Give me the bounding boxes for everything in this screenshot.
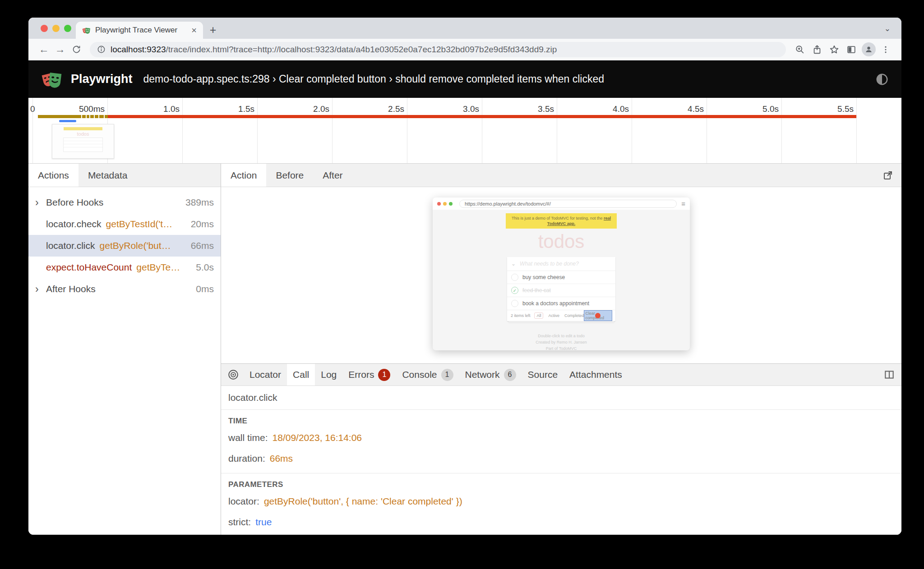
tab-action[interactable]: Action	[221, 164, 266, 187]
tab-console[interactable]: Console1	[396, 364, 459, 385]
avatar[interactable]	[860, 41, 877, 58]
action-row-after-hooks[interactable]: › After Hooks 0ms	[28, 278, 221, 300]
timeline-tick: 3.0s	[463, 104, 479, 114]
reload-icon[interactable]	[68, 41, 84, 58]
filter-all[interactable]: All	[534, 312, 543, 319]
action-row-locator-check[interactable]: locator.check getByTestId('t… 20ms	[28, 213, 221, 235]
pick-locator-icon[interactable]	[227, 369, 239, 381]
tab-call[interactable]: Call	[287, 364, 315, 385]
tab-attachments[interactable]: Attachments	[564, 364, 628, 385]
browser-window: Playwright Trace Viewer × + ⌄ ← → localh…	[28, 18, 901, 535]
todo-text: feed the cat	[522, 287, 551, 294]
todo-item-completed[interactable]: ✓ feed the cat	[507, 284, 615, 297]
browser-tab[interactable]: Playwright Trace Viewer ×	[76, 22, 203, 39]
tab-locator[interactable]: Locator	[244, 364, 287, 385]
tab-close-icon[interactable]: ×	[191, 26, 197, 35]
snapshot-page-body: This is just a demo of TodoMVC for testi…	[433, 210, 690, 350]
forward-icon[interactable]: →	[52, 41, 68, 58]
timeline-actions-bar	[38, 115, 108, 118]
tab-strip-chevron-icon[interactable]: ⌄	[884, 24, 891, 33]
timeline-tick: 4.5s	[688, 104, 704, 114]
tab-metadata[interactable]: Metadata	[79, 164, 137, 187]
parameters-section-heading: PARAMETERS	[221, 473, 901, 491]
toggle-all-chevron-icon[interactable]: ⌄	[511, 261, 516, 267]
tab-source[interactable]: Source	[522, 364, 564, 385]
tab-strip: Playwright Trace Viewer × + ⌄	[28, 18, 901, 39]
timeline-tick: 4.0s	[613, 104, 629, 114]
tab-before[interactable]: Before	[266, 164, 313, 187]
action-duration: 0ms	[192, 284, 214, 294]
strict-row: strict: true	[221, 511, 901, 532]
sidebar-tabs: Actions Metadata	[28, 164, 221, 187]
zoom-icon[interactable]	[791, 41, 808, 58]
chevron-right-icon[interactable]: ›	[35, 197, 46, 208]
strict-value: true	[255, 517, 272, 528]
todo-text: buy some cheese	[522, 274, 565, 280]
mini-maximize-button	[449, 202, 453, 206]
menu-icon[interactable]	[877, 41, 894, 58]
tab-title: Playwright Trace Viewer	[95, 26, 187, 35]
action-row-locator-click[interactable]: locator.click getByRole('but… 66ms	[28, 235, 221, 257]
todo-checkbox[interactable]	[511, 274, 518, 281]
maximize-window-button[interactable]	[64, 25, 71, 32]
todo-input-row[interactable]: ⌄ What needs to be done?	[507, 257, 615, 271]
todos-title: todos	[538, 232, 585, 251]
playwright-logo-icon	[41, 69, 63, 90]
todo-item[interactable]: book a doctors appointment	[507, 297, 615, 310]
action-locator: getByTe…	[136, 262, 180, 273]
thumbnail-card	[63, 138, 103, 152]
hamburger-menu-icon: ≡	[681, 200, 685, 207]
action-name: expect.toHaveCount	[46, 262, 132, 273]
todo-checkbox[interactable]	[511, 300, 518, 307]
action-row-before-hooks[interactable]: › Before Hooks 389ms	[28, 192, 221, 213]
todo-checkbox-checked[interactable]: ✓	[511, 287, 518, 294]
open-snapshot-external-icon[interactable]	[882, 170, 893, 181]
page-snapshot[interactable]: https://demo.playwright.dev/todomvc/#/ ≡…	[433, 197, 690, 350]
clear-completed-button[interactable]: Clear completed	[584, 311, 612, 321]
new-tab-button[interactable]: +	[203, 21, 223, 39]
timeline-selected-span	[59, 120, 76, 122]
action-duration: 389ms	[182, 197, 214, 208]
action-duration: 5.0s	[192, 262, 214, 273]
side-panel-icon[interactable]	[843, 41, 860, 58]
site-info-icon[interactable]	[97, 45, 106, 54]
timeline-filmstrip-thumbnail[interactable]: todos	[52, 124, 114, 159]
todo-footer: 2 items left All Active Completed Clear …	[507, 310, 615, 321]
app-name: Playwright	[71, 72, 133, 86]
click-point-marker	[595, 313, 601, 318]
timeline-gridline	[407, 98, 407, 163]
tab-log[interactable]: Log	[315, 364, 342, 385]
action-duration: 66ms	[187, 240, 214, 251]
tab-errors[interactable]: Errors1	[342, 364, 396, 385]
timeline[interactable]: 0 500ms 1.0s 1.5s 2.0s 2.5s 3.0s 3.5s 4.…	[28, 98, 901, 164]
tab-network[interactable]: Network6	[459, 364, 522, 385]
minimize-window-button[interactable]	[52, 25, 60, 32]
timeline-gridline	[632, 98, 632, 163]
filter-active[interactable]: Active	[548, 313, 559, 318]
timeline-tick: 5.5s	[837, 104, 854, 114]
address-bar[interactable]: localhost:9323/trace/index.html?trace=ht…	[90, 42, 786, 57]
close-window-button[interactable]	[41, 25, 48, 32]
bookmark-star-icon[interactable]	[826, 41, 843, 58]
tab-after[interactable]: After	[313, 164, 352, 187]
thumbnail-banner	[64, 127, 102, 130]
action-name: Before Hooks	[46, 197, 103, 208]
duration-row: duration: 66ms	[221, 448, 901, 468]
split-view-icon[interactable]	[883, 369, 895, 381]
todo-item[interactable]: buy some cheese	[507, 271, 615, 284]
url-text: localhost:9323/trace/index.html?trace=ht…	[111, 45, 557, 55]
todo-card: ⌄ What needs to be done? buy some cheese…	[507, 257, 615, 321]
chevron-right-icon[interactable]: ›	[35, 284, 46, 294]
back-icon[interactable]: ←	[36, 41, 52, 58]
theme-toggle-icon[interactable]	[875, 73, 889, 86]
filter-completed[interactable]: Completed	[564, 313, 584, 318]
tab-actions[interactable]: Actions	[28, 164, 79, 187]
todo-filters: All Active Completed	[534, 312, 584, 319]
duration-value: 66ms	[270, 453, 293, 464]
action-locator: getByRole('but…	[100, 240, 171, 251]
action-row-expect[interactable]: expect.toHaveCount getByTe… 5.0s	[28, 257, 221, 278]
timeline-gridline	[856, 98, 857, 163]
timeline-tick: 1.0s	[163, 104, 180, 114]
time-section-heading: TIME	[221, 410, 901, 427]
share-icon[interactable]	[808, 41, 826, 58]
